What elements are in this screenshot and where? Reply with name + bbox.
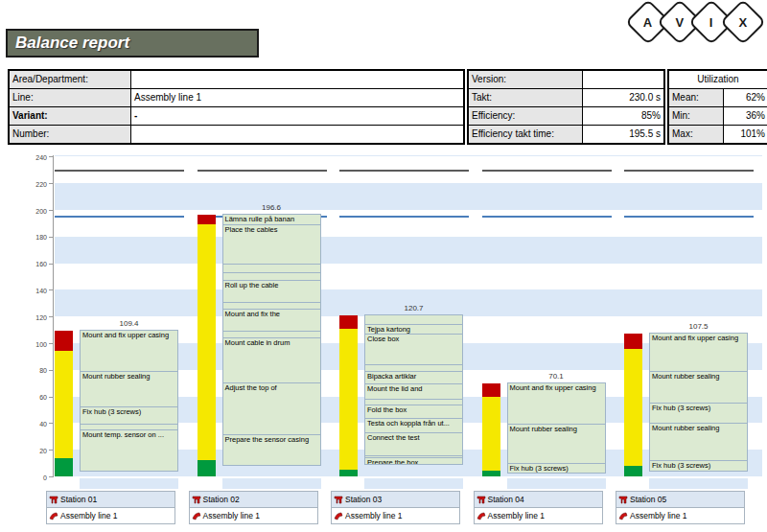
station-line-row: Assembly line 1 (47, 508, 174, 523)
task-list-box: Mount and fix upper casingMount rubber s… (80, 331, 178, 476)
task-label: Testa och koppla från ut... (367, 419, 450, 428)
task-list-box: Mount and fix upper casingMount rubber s… (649, 334, 748, 476)
task-label: Connect the test (367, 433, 420, 442)
task-label: Place the cables (225, 225, 278, 234)
info-value (583, 71, 663, 88)
station-icon (618, 495, 628, 504)
info-row: Takt:230.0 s (469, 88, 663, 106)
task-label: Close box (367, 335, 399, 343)
task-list-box: Tejpa kartongClose boxBipacka artiklarMo… (364, 315, 463, 476)
utilization-bar-green-segment (55, 458, 73, 476)
task-label: Mount and fix upper casing (82, 331, 169, 339)
y-tick-label: 240 (26, 153, 47, 160)
station-line-row: Assembly line 1 (190, 508, 317, 523)
logo-letter: X (739, 14, 748, 29)
info-row: Variant:- (10, 106, 463, 125)
task-label: Bipacka artiklar (367, 372, 416, 381)
info-label: Min: (669, 107, 724, 125)
task-label: Prepare the sensor casing (225, 435, 310, 444)
task-label: Mount and fix the (225, 310, 281, 318)
takt-line-segment (198, 170, 327, 172)
station-name: Station 03 (345, 495, 382, 504)
info-row: Line:Assembly line 1 (10, 88, 463, 106)
utilization-bar-red-segment (624, 334, 642, 349)
grid-band (55, 183, 762, 210)
info-label: Variant: (10, 107, 131, 125)
info-label: Max: (669, 126, 724, 143)
task-segment: Connect the test (364, 432, 463, 456)
efficiency-takt-line-segment (482, 216, 612, 218)
utilization-bar-yellow-segment (55, 351, 73, 457)
y-tick-mark (49, 476, 53, 477)
takt-line-segment (339, 170, 469, 172)
axis-connector (80, 478, 178, 489)
task-segment: Mount and fix upper casing (649, 333, 748, 373)
station-label-box: Station 02Assembly line 1 (189, 491, 318, 524)
grid-band (55, 155, 762, 156)
info-label: Efficiency: (469, 107, 583, 125)
task-label: Fold the box (367, 405, 407, 414)
info-row: Efficiency takt time:195.5 s (469, 125, 663, 143)
axis-connector (507, 478, 606, 489)
y-tick-mark (49, 289, 53, 290)
task-list-box: Lämna rulle på bananPlace the cablesRoll… (222, 215, 321, 476)
task-segment: Mount temp. sensor on ... (80, 429, 178, 472)
station-label-box: Station 03Assembly line 1 (331, 491, 460, 524)
task-label: Lämna rulle på banan (225, 215, 295, 223)
y-tick-label: 80 (26, 367, 47, 374)
station-name: Station 02 (203, 495, 240, 504)
station-line-name: Assembly line 1 (630, 511, 687, 520)
utilization-header: Utilization (669, 71, 767, 88)
axis-connector (649, 478, 748, 489)
assembly-line-icon (334, 511, 343, 520)
task-segment: Mount and fix upper casing (80, 330, 178, 372)
efficiency-takt-line-segment (624, 216, 754, 218)
task-segment: Mount rubber sealing (80, 371, 178, 407)
task-label: Fix hub (3 screws) (510, 464, 569, 473)
task-segment: Fix hub (3 screws) (507, 463, 606, 474)
task-segment: Fold the box (364, 405, 463, 419)
y-tick-label: 120 (26, 313, 47, 320)
info-value: 101% (724, 126, 767, 143)
task-segment: Roll up the cable (222, 280, 321, 303)
y-tick-label: 160 (26, 261, 47, 267)
task-segment: Prepare the box (364, 457, 463, 465)
y-tick-mark (49, 237, 53, 238)
info-label: Line: (10, 89, 131, 106)
station-total-label: 70.1 (507, 372, 606, 381)
utilization-bar-yellow-segment (482, 397, 500, 472)
station-name-row: Station 01 (47, 492, 174, 508)
task-segment: Testa och koppla från ut... (364, 418, 463, 432)
logo-letter: A (643, 14, 652, 29)
station-line-row: Assembly line 1 (332, 508, 459, 523)
station-name: Station 01 (60, 495, 97, 504)
takt-line-segment (482, 170, 612, 172)
station-line-row: Assembly line 1 (616, 508, 744, 523)
info-row: Max:101% (669, 125, 767, 143)
utilization-bar-red-segment (198, 215, 216, 224)
info-label: Mean: (669, 89, 724, 106)
station-total-label: 120.7 (364, 304, 463, 312)
y-tick-mark (49, 183, 53, 184)
y-tick-mark (49, 316, 53, 317)
utilization-bar-red-segment (339, 315, 358, 329)
info-label: Area/Department: (10, 71, 131, 88)
info-value (131, 126, 463, 143)
task-segment: Mount rubber sealing (507, 424, 606, 464)
y-tick-mark (49, 343, 53, 344)
efficiency-takt-line-segment (339, 216, 469, 218)
logo-diamond-x: X (720, 0, 766, 45)
task-label: Mount rubber sealing (510, 425, 577, 433)
logo-letter: I (709, 15, 713, 30)
station-line-row: Assembly line 1 (475, 508, 602, 523)
y-tick-mark (49, 397, 53, 398)
general-info-table: Area/Department:Line:Assembly line 1Vari… (8, 69, 465, 145)
task-label: Mount rubber sealing (652, 372, 719, 381)
task-label: Mount the lid and (367, 384, 423, 393)
task-label: Mount and fix upper casing (510, 383, 596, 392)
assembly-line-icon (49, 511, 58, 520)
station-icon (192, 495, 201, 504)
y-tick-label: 200 (26, 207, 47, 214)
station-total-label: 196.6 (222, 203, 321, 212)
task-label: Roll up the cable (225, 281, 279, 289)
